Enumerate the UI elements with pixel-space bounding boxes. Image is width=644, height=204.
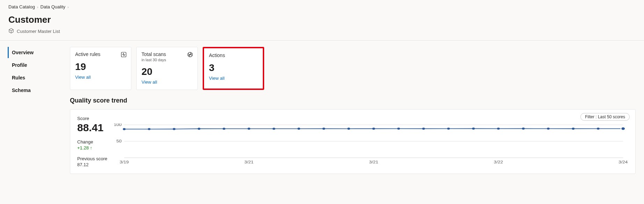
score-column: Score 88.41 Change +1.28 ↑ Previous scor… (77, 116, 112, 167)
svg-point-17 (372, 128, 375, 130)
svg-point-26 (597, 128, 600, 130)
line-chart-svg: 100503/193/213/213/223/24 (112, 124, 628, 166)
aperture-icon (187, 51, 193, 59)
breadcrumb-data-quality[interactable]: Data Quality (41, 4, 66, 9)
svg-text:3/22: 3/22 (494, 160, 503, 164)
svg-point-12 (247, 128, 250, 130)
page-subtitle-text: Customer Master List (17, 29, 60, 34)
svg-point-21 (472, 128, 475, 130)
card-title: Total scans (142, 51, 193, 57)
svg-point-13 (273, 128, 275, 130)
summary-cards-row: Active rules 19 View all Total scans in … (70, 47, 636, 90)
card-total-scans: Total scans in last 30 days 20 View all (136, 47, 198, 90)
chevron-right-icon: › (67, 5, 69, 9)
svg-point-10 (198, 128, 201, 130)
main-region: Overview Profile Rules Schema Active rul… (0, 41, 644, 182)
svg-point-18 (397, 128, 400, 130)
svg-point-8 (148, 128, 151, 130)
card-active-rules: Active rules 19 View all (70, 47, 131, 90)
sidebar-item-rules[interactable]: Rules (8, 72, 70, 83)
sidebar-item-overview[interactable]: Overview (8, 47, 70, 58)
svg-text:3/24: 3/24 (618, 160, 628, 164)
svg-point-22 (497, 128, 500, 130)
card-title: Actions (209, 52, 258, 58)
content-region: Active rules 19 View all Total scans in … (70, 41, 644, 182)
svg-point-14 (297, 128, 300, 130)
header-region: Data Catalog › Data Quality › Customer C… (0, 0, 644, 41)
svg-point-7 (123, 128, 126, 130)
page-title: Customer (8, 14, 636, 25)
pulse-icon (121, 51, 127, 59)
change-label: Change (77, 139, 112, 145)
svg-text:3/19: 3/19 (120, 160, 129, 164)
sidebar-item-profile[interactable]: Profile (8, 59, 70, 71)
sidebar: Overview Profile Rules Schema (0, 41, 70, 182)
breadcrumb: Data Catalog › Data Quality › (8, 4, 636, 9)
svg-point-23 (522, 128, 525, 130)
card-title: Active rules (75, 51, 126, 57)
breadcrumb-data-catalog[interactable]: Data Catalog (8, 4, 35, 9)
card-subtitle: in last 30 days (142, 58, 193, 62)
card-value: 19 (75, 61, 126, 72)
card-view-all-link[interactable]: View all (142, 79, 193, 85)
svg-text:3/21: 3/21 (244, 160, 254, 164)
page-subtitle: Customer Master List (8, 28, 636, 35)
filter-button[interactable]: Filter : Last 50 scores (580, 113, 630, 121)
svg-point-15 (323, 128, 325, 130)
card-view-all-link[interactable]: View all (75, 75, 126, 80)
chevron-right-icon: › (37, 5, 38, 9)
trend-panel: Score 88.41 Change +1.28 ↑ Previous scor… (70, 109, 636, 174)
svg-point-24 (547, 128, 550, 130)
card-view-all-link[interactable]: View all (209, 76, 258, 81)
card-value: 20 (142, 66, 193, 77)
svg-text:100: 100 (114, 124, 122, 127)
svg-point-25 (572, 128, 575, 130)
sidebar-item-schema[interactable]: Schema (8, 85, 70, 96)
previous-score-value: 87.12 (77, 162, 112, 167)
svg-point-27 (621, 127, 625, 130)
svg-point-20 (447, 128, 450, 130)
quality-score-chart: 100503/193/213/213/223/24 (112, 116, 628, 166)
change-value: +1.28 ↑ (77, 145, 112, 150)
svg-text:3/21: 3/21 (369, 160, 378, 164)
score-label: Score (77, 116, 112, 121)
trend-section-title: Quality score trend (70, 97, 636, 104)
card-actions: Actions 3 View all (203, 47, 264, 90)
package-icon (8, 28, 14, 35)
svg-point-19 (422, 128, 425, 130)
svg-point-9 (173, 128, 175, 130)
score-value: 88.41 (77, 122, 112, 134)
card-value: 3 (209, 62, 258, 73)
svg-point-11 (223, 128, 225, 130)
previous-score-label: Previous score (77, 156, 112, 161)
svg-text:50: 50 (116, 139, 122, 143)
svg-point-16 (347, 128, 350, 130)
